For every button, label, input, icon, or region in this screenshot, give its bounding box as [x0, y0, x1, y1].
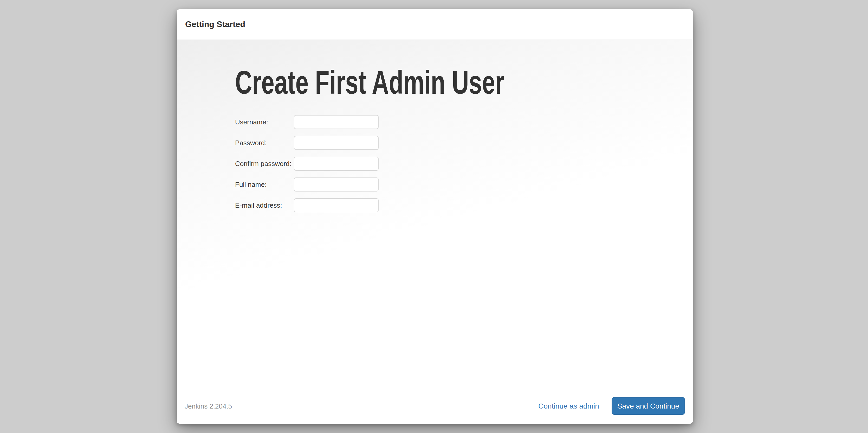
password-row: Password:: [235, 136, 379, 150]
full-name-input[interactable]: [294, 177, 379, 192]
username-row: Username:: [235, 115, 379, 129]
continue-as-admin-link[interactable]: Continue as admin: [538, 402, 599, 410]
desktop-background: Getting Started Create First Admin User …: [0, 0, 868, 433]
dialog-title: Getting Started: [185, 20, 245, 29]
email-label: E-mail address:: [235, 198, 294, 212]
save-and-continue-button[interactable]: Save and Continue: [612, 397, 685, 415]
full-name-label: Full name:: [235, 177, 294, 192]
admin-user-form: Username:Password:Confirm password:Full …: [235, 115, 379, 219]
password-label: Password:: [235, 136, 294, 150]
confirm-password-row: Confirm password:: [235, 157, 379, 171]
dialog-header: Getting Started: [177, 9, 693, 40]
password-input[interactable]: [294, 136, 379, 150]
username-input[interactable]: [294, 115, 379, 129]
username-label: Username:: [235, 115, 294, 129]
jenkins-version-label: Jenkins 2.204.5: [185, 402, 232, 410]
page-title: Create First Admin User: [235, 66, 504, 99]
dialog-body: Create First Admin User Username:Passwor…: [177, 40, 693, 388]
confirm-password-label: Confirm password:: [235, 157, 294, 171]
full-name-row: Full name:: [235, 177, 379, 192]
email-input[interactable]: [294, 198, 379, 212]
email-row: E-mail address:: [235, 198, 379, 212]
confirm-password-input[interactable]: [294, 157, 379, 171]
dialog-footer: Jenkins 2.204.5 Continue as admin Save a…: [177, 388, 693, 424]
setup-wizard-dialog: Getting Started Create First Admin User …: [177, 9, 693, 424]
